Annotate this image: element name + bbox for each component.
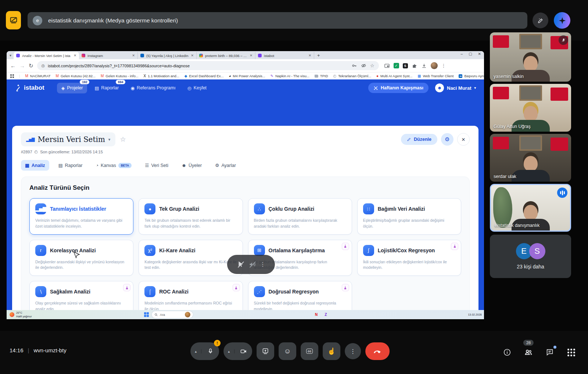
- tab-close-icon[interactable]: ✕: [132, 54, 135, 57]
- participant-tile[interactable]: eistatistik danışmanlık: [490, 184, 571, 232]
- overlay-more-options-icon[interactable]: ⋮: [260, 261, 266, 268]
- tab-close-icon[interactable]: ✕: [308, 54, 311, 57]
- analysis-card[interactable]: ∷ Bağımlı Veri Analizi Eşleştirilmiş/bağ…: [357, 198, 461, 235]
- tab-close-icon[interactable]: ✕: [191, 54, 194, 57]
- annotate-button[interactable]: [533, 13, 548, 28]
- app-tab[interactable]: ▦ Analiz: [21, 160, 49, 171]
- browser-tab[interactable]: Analiz - Mersin Veri Setim | ista ✕: [14, 52, 79, 59]
- bookmark-item[interactable]: ◴ Tekrarlanan Ölçüml...: [333, 74, 372, 78]
- taskbar-app-icon[interactable]: [227, 311, 233, 318]
- bookmark-item[interactable]: X 1.1 Motivation and...: [144, 74, 179, 78]
- bookmark-item[interactable]: ✎ Napkin AI - The visu...: [270, 74, 309, 78]
- site-info-icon[interactable]: ◎: [42, 63, 45, 68]
- apps-grid-icon[interactable]: [10, 74, 14, 78]
- reload-button[interactable]: ↻: [29, 63, 33, 69]
- new-tab-button[interactable]: +: [317, 53, 320, 58]
- bookmark-item[interactable]: in Başvuru Ayrıntıları |...: [459, 74, 484, 78]
- taskbar-app-icon[interactable]: [284, 311, 291, 318]
- bookmark-item[interactable]: ▭ TPID: [315, 74, 328, 78]
- forward-button[interactable]: →: [19, 63, 25, 69]
- taskbar-app-icon[interactable]: [294, 311, 300, 318]
- edit-button[interactable]: Düzenle: [401, 134, 437, 145]
- profile-avatar[interactable]: [431, 62, 438, 69]
- taskbar-app-icon[interactable]: [208, 311, 214, 318]
- user-menu[interactable]: ☻ Naci Murat ▾: [435, 83, 476, 92]
- chat-button[interactable]: [543, 346, 556, 359]
- participants-button[interactable]: 28: [522, 346, 535, 359]
- bookmark-item[interactable]: M NACİMURAT: [25, 74, 50, 78]
- todo-extension-icon[interactable]: ✓: [394, 63, 399, 68]
- captions-button[interactable]: cc: [301, 342, 318, 360]
- presentation-mute-overlay[interactable]: ⋮: [227, 255, 275, 274]
- project-settings-button[interactable]: ⚙: [441, 133, 453, 146]
- weekly-contest-button[interactable]: Haftanın Kapışması: [368, 83, 429, 93]
- browser-tab[interactable]: istabot ✕: [255, 52, 314, 59]
- project-close-button[interactable]: ✕: [457, 133, 470, 146]
- bookmark-item[interactable]: M Gelen Kutusu - info...: [101, 74, 139, 78]
- pointer-disabled-icon[interactable]: [237, 260, 245, 268]
- tab-close-icon[interactable]: ✕: [74, 54, 76, 57]
- taskbar-app-icon[interactable]: [265, 311, 272, 318]
- app-tab[interactable]: ☻ Üyeler: [178, 160, 206, 171]
- tab-close-icon[interactable]: ✕: [250, 54, 252, 57]
- camera-button[interactable]: [234, 348, 252, 355]
- taskbar-app-icon[interactable]: N: [313, 311, 319, 318]
- nav-item[interactable]: ▤ Raporlar 694: [90, 83, 123, 93]
- project-title-dropdown[interactable]: ▂▅▇ Mersin Veri Setim ▾: [21, 132, 115, 146]
- camera-options-chevron[interactable]: ▴: [223, 349, 234, 353]
- windows-start-button[interactable]: [144, 312, 149, 317]
- istabot-logo[interactable]: istabot: [15, 84, 44, 92]
- app-tab[interactable]: ⚙ Ayarlar: [211, 160, 240, 171]
- url-text[interactable]: istabot.com/projects/2897/analysis?_t=17…: [48, 64, 349, 68]
- taskbar-app-icon[interactable]: [237, 311, 243, 318]
- taskbar-app-icon[interactable]: [275, 311, 281, 318]
- url-bar[interactable]: ◎ istabot.com/projects/2897/analysis?_t=…: [37, 61, 379, 70]
- extensions-puzzle-icon[interactable]: [412, 63, 417, 69]
- mic-options-chevron[interactable]: ▴: [190, 349, 201, 353]
- taskbar-app-icon[interactable]: Z: [323, 311, 329, 318]
- bookmark-item[interactable]: ◕ M4 Power Analysis...: [229, 74, 265, 78]
- eye-off-icon[interactable]: [361, 63, 366, 68]
- nav-item[interactable]: ◈ Projeler 192: [57, 83, 87, 93]
- bookmark-item[interactable]: ◆ Excel Dashboard Ex...: [184, 74, 224, 78]
- activities-button[interactable]: [564, 346, 578, 359]
- analysis-card[interactable]: ● Tek Grup Analizi Tek bir grubun ortala…: [139, 198, 243, 235]
- taskbar-app-icon[interactable]: [198, 311, 205, 318]
- browser-tab[interactable]: Instagram ✕: [79, 52, 138, 59]
- participant-tile[interactable]: serdar ulak: [490, 134, 571, 182]
- mic-button[interactable]: [201, 348, 219, 355]
- raise-hand-button[interactable]: ☝: [323, 342, 340, 360]
- window-maximize-button[interactable]: ▢: [469, 52, 472, 56]
- pip-extension-icon[interactable]: [384, 63, 390, 69]
- taskbar-app-icon[interactable]: [256, 311, 262, 318]
- nav-item[interactable]: ◉ Referans Programı: [126, 83, 180, 93]
- back-button[interactable]: ←: [10, 63, 16, 69]
- bookmark-item[interactable]: M Gelen Kutusu (42.82...: [56, 74, 96, 78]
- bookmark-star-icon[interactable]: ☆: [370, 63, 374, 68]
- taskbar-search[interactable]: Ara: [152, 311, 193, 318]
- camera-control[interactable]: ▴: [223, 342, 252, 360]
- analysis-card[interactable]: r Korelasyon Analizi Değişkenler arasınd…: [29, 240, 133, 276]
- window-close-button[interactable]: ✕: [478, 52, 481, 56]
- taskbar-app-icon[interactable]: [304, 311, 310, 318]
- app-tab[interactable]: ▤ Raporlar: [54, 160, 87, 171]
- end-call-button[interactable]: [365, 342, 390, 360]
- browser-tab[interactable]: (5) Yayınla | Akış | LinkedIn ✕: [138, 52, 197, 59]
- taskbar-app-icon[interactable]: [218, 311, 224, 318]
- bookmark-item[interactable]: ▦ Web Transfer Client: [417, 74, 453, 78]
- shared-screen-title-bar[interactable]: e eistatistik danışmanlık (Medya gösterm…: [28, 12, 527, 29]
- browser-tab[interactable]: preterm birth – 89,036 – Web o… ✕: [197, 52, 255, 59]
- present-button[interactable]: [257, 342, 274, 360]
- more-participants-tile[interactable]: E S 23 kişi daha: [490, 235, 571, 278]
- downloads-icon[interactable]: [421, 63, 427, 69]
- nav-item[interactable]: ◎ Keşfet: [183, 83, 211, 93]
- project-favorite-star-icon[interactable]: ☆: [120, 135, 126, 143]
- dark-extension-icon[interactable]: S: [403, 63, 408, 68]
- audio-muted-icon[interactable]: [248, 260, 257, 268]
- taskbar-app-icon[interactable]: [246, 311, 252, 318]
- participant-tile[interactable]: Gülay Altun Uğraş: [490, 84, 571, 132]
- window-minimize-button[interactable]: –: [461, 52, 463, 56]
- bookmark-item[interactable]: ● Multi AI Agent Syst...: [376, 74, 412, 78]
- password-key-icon[interactable]: [352, 63, 357, 68]
- analysis-card[interactable]: χ² Ki-Kare Analizi Kategorik değişkenler…: [139, 240, 243, 276]
